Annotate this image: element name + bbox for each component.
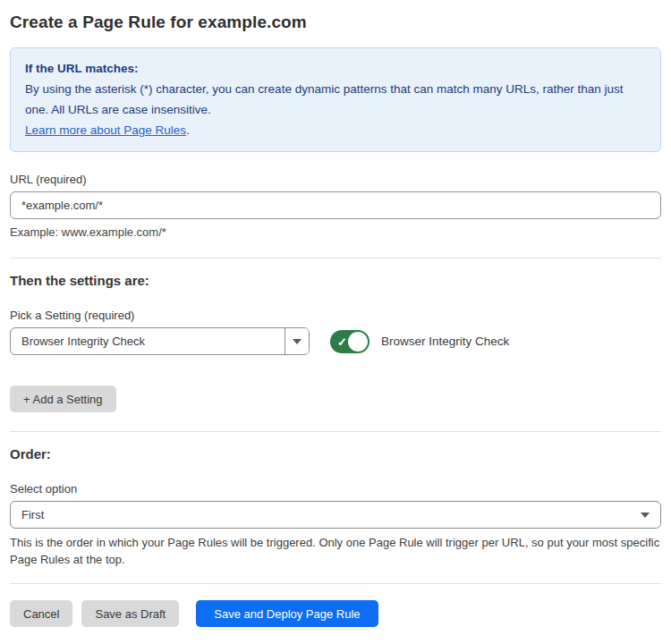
add-setting-button[interactable]: + Add a Setting xyxy=(10,386,116,412)
order-helper-text: This is the order in which your Page Rul… xyxy=(10,534,663,568)
save-draft-button[interactable]: Save as Draft xyxy=(81,600,179,627)
check-icon: ✓ xyxy=(337,335,347,347)
info-box-heading: If the URL matches: xyxy=(25,58,646,79)
setting-dropdown-value: Browser Integrity Check xyxy=(11,328,285,354)
page-title: Create a Page Rule for example.com xyxy=(10,11,661,34)
url-matches-info-box: If the URL matches: By using the asteris… xyxy=(10,47,661,152)
chevron-down-icon xyxy=(641,513,650,518)
chevron-down-icon xyxy=(293,339,302,344)
create-page-rule-form: Create a Page Rule for example.com If th… xyxy=(0,0,671,627)
info-box-body: By using the asterisk (*) character, you… xyxy=(25,79,646,120)
settings-section-heading: Then the settings are: xyxy=(10,273,661,288)
setting-row: Browser Integrity Check ✓ Browser Integr… xyxy=(10,327,661,355)
order-section-heading: Order: xyxy=(10,446,661,462)
browser-integrity-toggle[interactable]: ✓ xyxy=(330,330,369,353)
url-field-label: URL (required) xyxy=(10,173,661,186)
url-input[interactable] xyxy=(10,191,661,219)
order-select-value: First xyxy=(21,508,641,521)
footer-actions: Cancel Save as Draft Save and Deploy Pag… xyxy=(10,600,661,627)
toggle-knob xyxy=(348,332,368,352)
divider xyxy=(10,258,661,258)
toggle-label: Browser Integrity Check xyxy=(381,335,509,348)
pick-setting-label: Pick a Setting (required) xyxy=(10,309,661,322)
url-field-helper: Example: www.example.com/* xyxy=(10,225,661,239)
setting-dropdown[interactable]: Browser Integrity Check xyxy=(10,327,310,355)
setting-dropdown-arrow-button[interactable] xyxy=(285,328,309,354)
link-period: . xyxy=(186,123,190,137)
order-select[interactable]: First xyxy=(10,501,661,529)
divider xyxy=(10,431,661,432)
learn-more-link[interactable]: Learn more about Page Rules xyxy=(25,123,186,137)
divider xyxy=(10,583,661,584)
cancel-button[interactable]: Cancel xyxy=(10,600,72,627)
save-deploy-button[interactable]: Save and Deploy Page Rule xyxy=(196,600,378,627)
select-option-label: Select option xyxy=(10,482,661,496)
info-box-link-line: Learn more about Page Rules. xyxy=(25,120,646,140)
